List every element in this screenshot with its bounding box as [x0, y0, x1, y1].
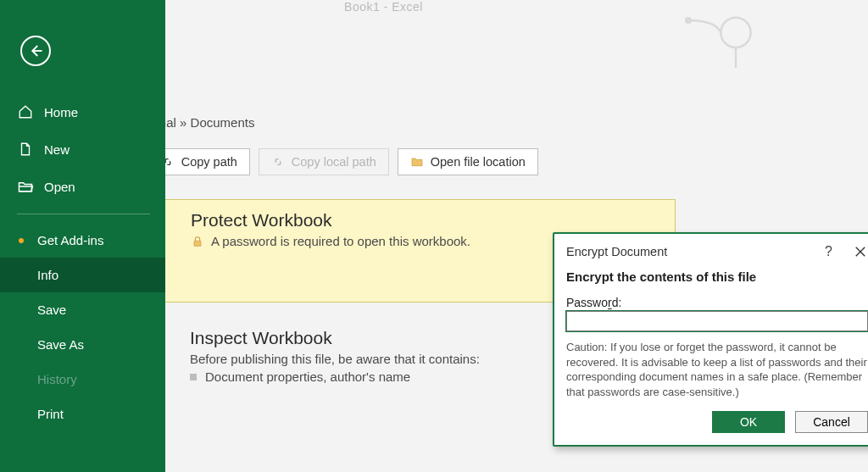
backstage-main: Book1 - Excel Info Book1 OneDrive - Pers… — [165, 0, 868, 472]
dialog-subtitle: Encrypt the contents of this file — [566, 269, 868, 284]
sidebar-item-label: History — [37, 372, 77, 386]
close-icon — [854, 246, 866, 258]
dialog-help-button[interactable]: ? — [821, 244, 836, 259]
sidebar-item-saveas[interactable]: Save As — [0, 327, 165, 362]
back-button[interactable] — [20, 36, 51, 66]
sidebar-item-open[interactable]: Open — [0, 168, 165, 205]
button-label: Open file location — [431, 155, 526, 169]
sidebar-item-label: Get Add-ins — [37, 233, 103, 247]
sidebar-item-label: Save As — [37, 337, 84, 352]
copy-local-path-button: Copy local path — [259, 148, 389, 175]
bullet-icon — [190, 374, 197, 380]
dialog-title: Encrypt Document — [566, 245, 821, 258]
new-file-icon — [17, 141, 34, 158]
password-input[interactable] — [566, 311, 868, 331]
sidebar-separator — [17, 214, 150, 214]
folder-icon — [410, 155, 424, 169]
backstage-sidebar: Home New Open Get Add-ins Info Save Save… — [0, 0, 165, 472]
section-description: Before publishing this file, be aware th… — [190, 352, 480, 366]
page-title: Info — [165, 20, 735, 61]
sidebar-item-label: New — [44, 142, 70, 157]
svg-rect-5 — [194, 241, 201, 246]
sidebar-item-label: Home — [44, 105, 78, 119]
sidebar-item-label: Save — [37, 303, 66, 317]
link-icon — [165, 155, 175, 169]
home-icon — [17, 103, 34, 120]
bullet-text: Document properties, author's name — [205, 369, 410, 384]
open-file-location-button[interactable]: Open file location — [398, 148, 538, 175]
copy-path-button[interactable]: Copy path — [165, 148, 250, 175]
arrow-left-icon — [28, 43, 43, 58]
folder-open-icon — [17, 178, 34, 195]
sidebar-item-print[interactable]: Print — [0, 397, 165, 431]
decorative-graphic — [684, 0, 760, 68]
sidebar-item-label: Print — [37, 407, 64, 421]
svg-point-0 — [721, 18, 750, 47]
encrypt-document-dialog: Encrypt Document ? Encrypt the contents … — [553, 232, 868, 447]
lock-small-icon — [191, 235, 204, 248]
window-title: Book1 - Excel — [165, 0, 735, 14]
section-title: Protect Workbook — [191, 210, 658, 230]
button-label: Copy path — [181, 155, 237, 169]
sidebar-item-history[interactable]: History — [0, 362, 165, 397]
document-title: Book1 — [165, 88, 735, 112]
sidebar-item-label: Open — [44, 180, 75, 194]
svg-point-1 — [685, 17, 692, 24]
document-path: OneDrive - Personal » Documents — [165, 115, 735, 130]
sidebar-item-home[interactable]: Home — [0, 93, 165, 130]
link-icon — [271, 155, 285, 169]
button-label: Copy local path — [292, 155, 376, 169]
section-description: A password is required to open this work… — [211, 234, 470, 248]
sidebar-item-new[interactable]: New — [0, 130, 165, 168]
password-label: Password: — [566, 296, 868, 309]
sidebar-item-label: Info — [37, 268, 58, 282]
cancel-button[interactable]: Cancel — [795, 411, 868, 433]
action-row: Share Copy path Copy local path Open fil… — [165, 148, 735, 175]
sidebar-item-addins[interactable]: Get Add-ins — [0, 223, 165, 258]
dialog-caution-text: Caution: If you lose or forget the passw… — [566, 340, 868, 399]
ok-button[interactable]: OK — [712, 411, 785, 433]
sidebar-item-save[interactable]: Save — [0, 292, 165, 327]
dialog-close-button[interactable] — [853, 244, 868, 259]
sidebar-item-info[interactable]: Info — [0, 258, 165, 292]
